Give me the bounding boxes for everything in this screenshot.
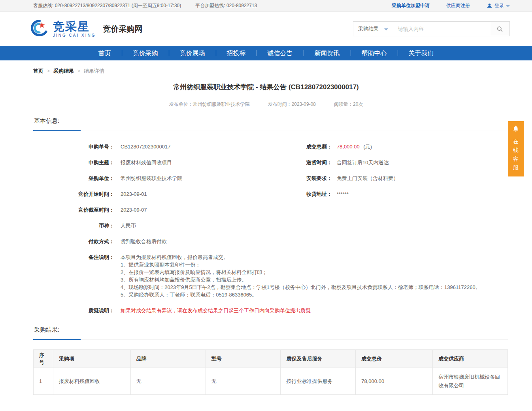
amount-unit: (元) [363,144,372,150]
field-value: 2023-09-07 [121,206,147,214]
table-header-cell: 品牌 [130,350,206,368]
field-label: 申购单号： [33,143,114,150]
field-value: ****** [337,190,349,198]
purchase-result-section-head: 采购结果: [33,326,508,340]
table-cell: 按行业标准提供服务 [281,368,356,395]
field-value: 78,000.00 (元) [337,143,372,150]
field-value: 报废材料残值回收项目 [121,159,172,166]
breadcrumb-purchase-results[interactable]: 采购结果 [53,68,74,75]
breadcrumb-separator: > [47,68,50,74]
field-delivery-address: 收货地址： ****** [304,190,398,198]
breadcrumb-separator: > [77,68,80,74]
field-label: 申购主题： [33,159,114,166]
field-bidding-end-time: 竞价截至时间： 2023-09-07 [33,206,508,214]
field-subject: 申购主题： 报废材料残值回收项目 [33,159,508,166]
topbar-links: 采购单位加盟申请 供应商注册 登录 [392,2,510,9]
page-title: 常州纺织服装职业技术学院 - 结果公告 (CB128072023000017) [0,83,532,92]
table-row: 1 报废材料残值回收 无 无 按行业标准提供服务 78,000.00 宿州市银娣… [34,368,508,395]
search-icon [496,26,503,32]
platform-hotline: 平台加盟热线: 020-80922713 [195,2,257,9]
field-label: 成交总额： [304,143,332,150]
login-label: 登录 [494,2,504,9]
table-header-cell: 成交供应商 [433,350,508,368]
breadcrumb-result-detail: 结果详情 [84,68,104,75]
remark-line: 本项目为报废材料残值回收，报价最高者成交。 [121,253,481,261]
field-value: 2023-09-01 [121,190,147,198]
field-label: 送货时间： [304,159,332,166]
field-installation-requirement: 安装要求： 免费上门安装（含材料费） [304,175,398,182]
supplier-register-link[interactable]: 供应商注册 [446,2,470,9]
remark-line: 3、所有响应材料均加盖报价供应商公章，扫描后上传。 [121,276,481,283]
nav-item-help-center[interactable]: 帮助中心 [351,46,398,60]
breadcrumb-home[interactable]: 首页 [33,68,43,75]
read-count: 阅读量：20次 [334,101,363,108]
field-value: 免费上门安装（含材料费） [337,175,398,182]
table-cell: 无 [130,368,206,395]
chevron-down-icon [506,5,510,7]
basic-info-section-title: 基本信息: [33,117,81,131]
field-label: 竞价截至时间： [33,206,114,214]
search-category-value: 采购结果 [358,25,379,32]
brand-text: 竞采星 JING CAI XING [53,21,96,38]
field-remarks: 备注说明： 本项目为报废材料残值回收，报价最高者成交。 1、提供营业执照副本复印… [33,253,508,298]
service-hotline: 客服热线: 020-80922713/80922307/80922371 (周一… [33,2,181,9]
table-cell: 1 [34,368,53,395]
search-category-select[interactable]: 采购结果 [353,21,393,36]
field-label: 付款方式： [33,238,114,245]
field-value: 货到验收合格后付款 [121,238,167,245]
field-total-amount: 成交总额： 78,000.00 (元) [304,143,398,150]
article-header: 常州纺织服装职业技术学院 - 结果公告 (CB128072023000017) … [0,83,532,108]
login-button[interactable]: 登录 [487,2,510,9]
remark-text: 本项目为报废材料残值回收，报价最高者成交。 1、提供营业执照副本复印件一份； 2… [121,253,481,298]
chevron-down-icon [384,28,388,30]
basic-info-right-column: 成交总额： 78,000.00 (元) 送货时间： 合同签订后10天内送达 安装… [304,143,398,206]
basic-info: 申购单号： CB128072023000017 申购主题： 报废材料残值回收项目… [33,143,508,314]
table-header-cell: 型号 [206,350,281,368]
search-button[interactable] [490,21,510,36]
brand-name-en: JING CAI XING [53,33,96,38]
field-currency: 币种： 人民币 [33,222,508,229]
nav-item-bidding-hall[interactable]: 竞价展场 [169,46,216,60]
brand: 竞采星 JING CAI XING 竞价采购网 [30,19,142,38]
remark-line: 4、现场勘察时间：2023年9月5日下午2点，勘察集合地点：学校1号楼（校务中心… [121,283,481,291]
field-label: 安装要求： [304,175,332,182]
table-header-cell: 采购项 [53,350,130,368]
objection-text: 如果对成交结果有异议，请在发布成交结果之日起三个工作日内向采购单位提出质疑 [121,307,311,314]
nav-item-home[interactable]: 首页 [88,46,122,60]
remark-line: 2、在报价一览表内填写报价及响应情况，将相关材料全部打印； [121,268,481,276]
table-header-row: 序号 采购项 品牌 型号 质保及售后服务 成交总价 成交供应商 [34,350,508,368]
nav-item-integrity-notice[interactable]: 诚信公告 [257,46,304,60]
table-header-cell: 质保及售后服务 [281,350,356,368]
nav-item-about-us[interactable]: 关于我们 [398,46,445,60]
search-input[interactable] [393,21,490,36]
table-header-cell: 成交总价 [356,350,433,368]
main-nav: 首页 竞价采购 竞价展场 招投标 诚信公告 新闻资讯 帮助中心 关于我们 [0,46,532,60]
field-objection-note: 质疑说明： 如果对成交结果有异议，请在发布成交结果之日起三个工作日内向采购单位提… [33,307,508,314]
table-header-cell: 序号 [34,350,53,368]
field-label: 收货地址： [304,190,332,198]
table-cell: 宿州市银娣废旧机械设备回收有限公司 [433,368,508,395]
purchase-result-section-title: 采购结果: [33,326,81,340]
field-label: 竞价开始时间： [33,190,114,198]
user-icon [487,3,492,9]
nav-item-bidding-purchase[interactable]: 竞价采购 [122,46,169,60]
purchase-result-section: 采购结果: 序号 采购项 品牌 型号 质保及售后服务 成交总价 成交供应商 [33,326,508,395]
remark-line: 1、提供营业执照副本复印件一份； [121,261,481,268]
field-payment-method: 付款方式： 货到验收合格后付款 [33,238,508,245]
publish-time: 发布时间：2023-09-08 [268,101,316,108]
nav-item-tenders[interactable]: 招投标 [216,46,257,60]
online-service-tab[interactable]: 在线客服 [508,121,524,176]
brand-name: 竞采星 [53,21,96,32]
publisher: 发布单位：常州纺织服装职业技术学院 [169,101,250,108]
online-service-label: 在线客服 [513,137,519,172]
field-bidding-start-time: 竞价开始时间： 2023-09-01 [33,190,508,198]
deal-amount-link[interactable]: 78,000.00 [337,144,360,150]
basic-info-left-column: 申购单号： CB128072023000017 申购主题： 报废材料残值回收项目… [33,143,508,314]
field-delivery-time: 送货时间： 合同签订后10天内送达 [304,159,398,166]
result-table: 序号 采购项 品牌 型号 质保及售后服务 成交总价 成交供应商 1 报废材料残值… [33,349,508,395]
purchaser-join-link[interactable]: 采购单位加盟申请 [392,2,430,9]
article-meta: 发布单位：常州纺织服装职业技术学院 发布时间：2023-09-08 阅读量：20… [0,101,532,108]
nav-item-news[interactable]: 新闻资讯 [304,46,351,60]
field-value: CB128072023000017 [121,143,171,150]
field-order-number: 申购单号： CB128072023000017 [33,143,508,150]
